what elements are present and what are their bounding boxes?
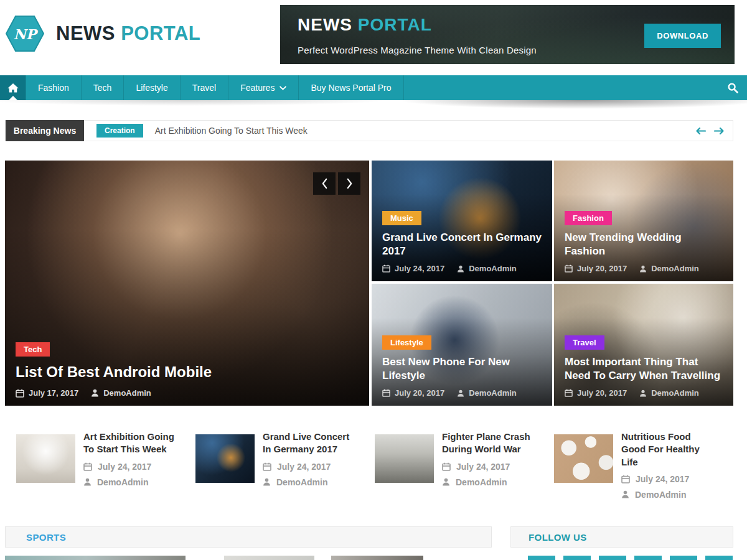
calendar-icon — [565, 389, 573, 397]
post-author: DemoAdmin — [456, 477, 507, 487]
search-button[interactable] — [718, 75, 747, 100]
nav-item-fashion[interactable]: Fashion — [26, 75, 81, 100]
author-icon — [263, 478, 271, 486]
follow-us-section-header: FOLLOW US — [510, 526, 733, 548]
calendar-icon — [621, 475, 630, 483]
post-meta: July 20, 2017 DemoAdmin — [565, 264, 725, 273]
post-meta: DemoAdmin — [263, 477, 359, 487]
social-button[interactable] — [528, 556, 555, 560]
featured-tile-lifestyle[interactable]: Lifestyle Best New Phone For New Lifesty… — [372, 284, 552, 406]
author-icon — [639, 390, 647, 397]
breaking-news-ticker: Breaking News Creation Art Exhibition Go… — [5, 120, 733, 141]
breaking-news-label: Breaking News — [6, 120, 84, 141]
social-button[interactable] — [563, 556, 591, 560]
post-title-link[interactable]: Fighter Plane Crash During World War — [442, 431, 538, 456]
post-title-link[interactable]: Nutritious Food Good For Healthy Life — [621, 431, 717, 469]
post-date: July 24, 2017 — [456, 462, 510, 472]
featured-slider-main[interactable]: Tech List Of Best Android Mobile July 17… — [5, 161, 369, 406]
download-button[interactable]: DOWNLOAD — [644, 24, 721, 48]
post-thumbnail[interactable] — [195, 434, 255, 483]
post-title-link[interactable]: Grand Live Concert In Germany 2017 — [263, 431, 359, 456]
banner-title: NEWS PORTAL — [298, 15, 432, 35]
search-icon — [727, 82, 738, 93]
nav-item-tech[interactable]: Tech — [81, 75, 124, 100]
author-icon — [442, 478, 450, 486]
ticker-controls — [695, 127, 725, 135]
post-date: July 24, 2017 — [277, 462, 331, 472]
post-meta: DemoAdmin — [621, 490, 717, 500]
social-button[interactable] — [599, 556, 626, 560]
featured-tile-fashion[interactable]: Fashion New Trending Wedding Fashion Jul… — [554, 161, 733, 281]
post-author: DemoAdmin — [469, 388, 517, 398]
slider-controls — [313, 172, 360, 195]
post-thumbnail[interactable] — [554, 434, 613, 483]
post-date: July 20, 2017 — [577, 264, 627, 273]
social-button[interactable] — [670, 556, 697, 560]
recent-posts-row: Art Exhibition Going To Start This Week … — [5, 431, 733, 500]
author-icon — [83, 478, 92, 486]
post-author: DemoAdmin — [635, 490, 686, 500]
featured-post-title[interactable]: Best New Phone For New Lifestyle — [382, 355, 543, 383]
site-title[interactable]: NEWS PORTAL — [56, 22, 200, 45]
post-author: DemoAdmin — [651, 264, 699, 273]
sports-post-image[interactable] — [331, 556, 423, 560]
calendar-icon — [16, 389, 24, 398]
featured-post-title[interactable]: Grand Live Concert In Germany 2017 — [382, 231, 543, 258]
list-item: Fighter Plane Crash During World War Jul… — [375, 431, 554, 500]
nav-item-travel[interactable]: Travel — [180, 75, 228, 100]
post-title-link[interactable]: Art Exhibition Going To Start This Week — [83, 431, 179, 456]
nav-item-lifestyle[interactable]: Lifestyle — [123, 75, 179, 100]
featured-post-title[interactable]: New Trending Wedding Fashion — [565, 231, 725, 258]
author-icon — [639, 265, 647, 273]
author-icon — [621, 490, 629, 498]
post-meta: DemoAdmin — [442, 477, 538, 487]
post-author: DemoAdmin — [651, 388, 699, 398]
category-badge[interactable]: Music — [382, 211, 421, 225]
calendar-icon — [263, 462, 271, 471]
nav-item-buy-pro[interactable]: Buy News Portal Pro — [298, 75, 403, 100]
logo-hexagon-icon: NP — [5, 15, 45, 52]
ticker-prev-arrow-icon[interactable] — [695, 127, 706, 135]
sports-post-image[interactable] — [5, 556, 186, 560]
featured-post-title[interactable]: List Of Best Android Mobile — [16, 362, 360, 381]
featured-post-title[interactable]: Most Important Thing That Need To Carry … — [565, 355, 725, 383]
chevron-left-icon — [321, 178, 328, 189]
post-author: DemoAdmin — [103, 388, 151, 398]
calendar-icon — [565, 264, 573, 273]
section-title: SPORTS — [26, 532, 66, 543]
category-badge[interactable]: Tech — [16, 342, 50, 357]
calendar-icon — [442, 462, 451, 471]
category-badge[interactable]: Fashion — [565, 211, 612, 225]
post-meta: July 24, 2017 — [442, 462, 538, 472]
nav-home-item[interactable] — [0, 75, 26, 100]
list-item: Grand Live Concert In Germany 2017 July … — [195, 431, 375, 500]
home-icon — [7, 83, 19, 93]
post-meta: July 20, 2017 DemoAdmin — [565, 388, 725, 398]
sports-post-image[interactable] — [224, 556, 314, 560]
featured-tile-travel[interactable]: Travel Most Important Thing That Need To… — [554, 284, 733, 406]
ticker-next-arrow-icon[interactable] — [714, 127, 725, 135]
post-thumbnail[interactable] — [375, 434, 434, 483]
ticker-headline-link[interactable]: Art Exhibition Going To Start This Week — [155, 126, 308, 136]
post-date: July 24, 2017 — [395, 264, 444, 273]
site-title-secondary: PORTAL — [121, 22, 200, 44]
category-badge[interactable]: Lifestyle — [382, 335, 431, 350]
post-date: July 24, 2017 — [98, 462, 151, 472]
site-logo[interactable]: NP NEWS PORTAL — [5, 15, 200, 52]
site-title-primary: NEWS — [56, 22, 115, 44]
post-thumbnail[interactable] — [16, 434, 75, 483]
banner-tagline: Perfect WordPress Magazine Theme With Cl… — [298, 45, 537, 55]
nav-item-features[interactable]: Features — [228, 75, 298, 100]
author-icon — [457, 390, 464, 397]
post-meta: July 24, 2017 — [83, 462, 179, 472]
post-date: July 20, 2017 — [395, 388, 444, 398]
nav-shadow — [0, 100, 747, 115]
slider-prev-button[interactable] — [313, 172, 336, 195]
social-button[interactable] — [634, 556, 662, 560]
social-button[interactable] — [705, 556, 733, 560]
featured-tile-music[interactable]: Music Grand Live Concert In Germany 2017… — [372, 161, 552, 281]
category-badge[interactable]: Travel — [565, 335, 604, 350]
post-date: July 24, 2017 — [636, 474, 689, 484]
slider-next-button[interactable] — [338, 172, 360, 195]
calendar-icon — [382, 389, 390, 397]
